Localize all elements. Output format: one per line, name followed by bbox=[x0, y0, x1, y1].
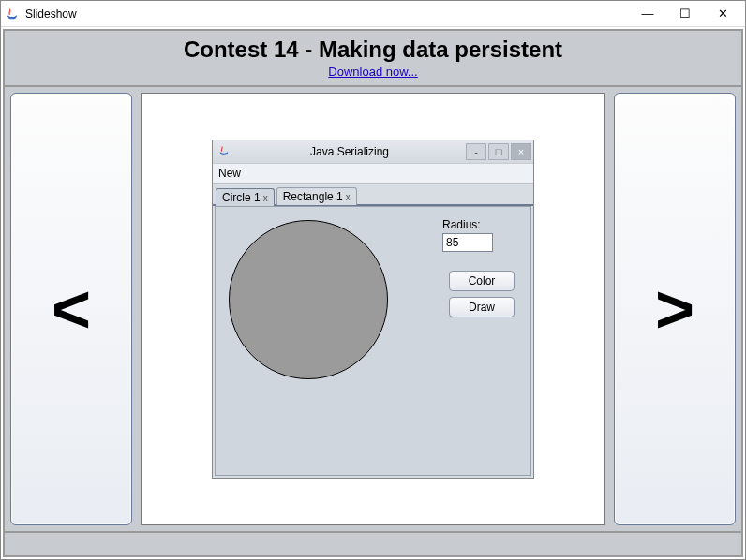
close-icon[interactable]: x bbox=[263, 193, 268, 203]
window-title: Slideshow bbox=[25, 7, 629, 21]
inner-tabrow: Circle 1 x Rectangle 1 x bbox=[213, 184, 533, 206]
titlebar[interactable]: Slideshow — ☐ ✕ bbox=[1, 1, 745, 27]
tab-circle-1[interactable]: Circle 1 x bbox=[216, 188, 275, 206]
page-title: Contest 14 - Making data persistent bbox=[5, 37, 741, 63]
close-button[interactable]: ✕ bbox=[704, 2, 741, 26]
chevron-right-icon: > bbox=[655, 275, 694, 343]
inner-window: Java Serializing ‑ □ × New Circle 1 bbox=[212, 140, 534, 479]
tab-rectangle-1[interactable]: Rectangle 1 x bbox=[276, 187, 357, 205]
footer-panel bbox=[5, 531, 741, 555]
inner-window-controls: ‑ □ × bbox=[464, 143, 531, 160]
download-link[interactable]: Download now... bbox=[328, 65, 417, 79]
slide-area: Java Serializing ‑ □ × New Circle 1 bbox=[141, 93, 605, 525]
minimize-button[interactable]: — bbox=[629, 2, 666, 26]
draw-button[interactable]: Draw bbox=[449, 297, 515, 317]
window-controls: — ☐ ✕ bbox=[629, 2, 741, 26]
inner-close-button[interactable]: × bbox=[511, 143, 531, 160]
side-controls: Radius: Color Draw bbox=[442, 216, 521, 465]
tab-label: Rectangle 1 bbox=[283, 190, 343, 203]
radius-input[interactable] bbox=[442, 233, 493, 252]
prev-button[interactable]: < bbox=[10, 93, 132, 525]
circle-shape bbox=[229, 220, 388, 379]
app-window: Slideshow — ☐ ✕ Contest 14 - Making data… bbox=[0, 0, 746, 560]
java-icon bbox=[218, 145, 231, 158]
maximize-button[interactable]: ☐ bbox=[666, 2, 704, 26]
close-icon[interactable]: x bbox=[346, 192, 351, 202]
frame-body: Contest 14 - Making data persistent Down… bbox=[3, 29, 743, 557]
header-panel: Contest 14 - Making data persistent Down… bbox=[5, 31, 741, 87]
canvas-area bbox=[225, 216, 442, 465]
inner-window-title: Java Serializing bbox=[235, 145, 464, 158]
menu-new[interactable]: New bbox=[218, 167, 241, 180]
radius-label: Radius: bbox=[442, 218, 521, 231]
inner-menubar: New bbox=[213, 163, 533, 184]
inner-maximize-button[interactable]: □ bbox=[488, 143, 509, 160]
inner-titlebar: Java Serializing ‑ □ × bbox=[213, 140, 533, 163]
next-button[interactable]: > bbox=[614, 93, 736, 525]
color-button[interactable]: Color bbox=[449, 271, 515, 291]
main-row: < Java Serializing ‑ □ × bbox=[5, 87, 741, 531]
tab-label: Circle 1 bbox=[222, 191, 261, 204]
chevron-left-icon: < bbox=[52, 275, 91, 343]
inner-minimize-button[interactable]: ‑ bbox=[466, 143, 486, 160]
java-icon bbox=[5, 7, 20, 22]
inner-content: Radius: Color Draw bbox=[215, 206, 531, 476]
